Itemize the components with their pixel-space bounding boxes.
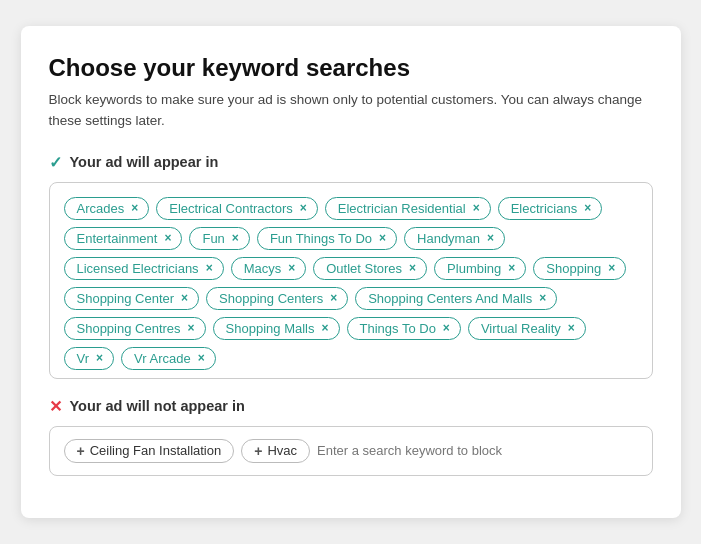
page-subtitle: Block keywords to make sure your ad is s… [49, 90, 653, 131]
appear-tag-remove[interactable]: × [539, 292, 546, 304]
appear-tag-label: Plumbing [447, 261, 501, 276]
appear-tag-label: Shopping Center [77, 291, 175, 306]
appear-tag-remove[interactable]: × [508, 262, 515, 274]
appear-tag[interactable]: Arcades× [64, 197, 150, 220]
block-tag[interactable]: +Ceiling Fan Installation [64, 439, 235, 463]
appear-tag-remove[interactable]: × [608, 262, 615, 274]
appear-tag-remove[interactable]: × [321, 322, 328, 334]
appear-tag[interactable]: Fun× [189, 227, 249, 250]
appear-tag[interactable]: Entertainment× [64, 227, 183, 250]
appear-tag[interactable]: Shopping× [533, 257, 626, 280]
appear-tag-label: Electrical Contractors [169, 201, 293, 216]
appear-tag-label: Shopping Malls [226, 321, 315, 336]
appear-tag[interactable]: Shopping Centers And Malls× [355, 287, 557, 310]
appear-tag-label: Electrician Residential [338, 201, 466, 216]
appear-tag[interactable]: Outlet Stores× [313, 257, 427, 280]
appear-tag-remove[interactable]: × [409, 262, 416, 274]
appear-tag-remove[interactable]: × [96, 352, 103, 364]
appear-tag-remove[interactable]: × [487, 232, 494, 244]
appear-tag-label: Handyman [417, 231, 480, 246]
appear-tag[interactable]: Licensed Electricians× [64, 257, 224, 280]
appear-tag-label: Entertainment [77, 231, 158, 246]
appear-tag-label: Arcades [77, 201, 125, 216]
appear-tag-remove[interactable]: × [164, 232, 171, 244]
appear-tag[interactable]: Electrician Residential× [325, 197, 491, 220]
appear-section-label: Your ad will appear in [70, 154, 219, 170]
appear-tag[interactable]: Things To Do× [347, 317, 461, 340]
appear-tag-label: Shopping Centers And Malls [368, 291, 532, 306]
main-card: Choose your keyword searches Block keywo… [21, 26, 681, 518]
appear-tag-label: Virtual Reality [481, 321, 561, 336]
appear-tag-remove[interactable]: × [568, 322, 575, 334]
appear-tag[interactable]: Virtual Reality× [468, 317, 586, 340]
appear-tags-box: Arcades×Electrical Contractors×Electrici… [49, 182, 653, 379]
appear-tag[interactable]: Shopping Malls× [213, 317, 340, 340]
check-icon: ✓ [49, 153, 62, 172]
appear-tag[interactable]: Shopping Center× [64, 287, 200, 310]
block-tag[interactable]: +Hvac [241, 439, 310, 463]
appear-tag-remove[interactable]: × [443, 322, 450, 334]
appear-tag-label: Vr Arcade [134, 351, 191, 366]
appear-tag-label: Shopping [546, 261, 601, 276]
appear-tag-label: Licensed Electricians [77, 261, 199, 276]
appear-tag[interactable]: Plumbing× [434, 257, 526, 280]
appear-tag-label: Vr [77, 351, 90, 366]
appear-tag-remove[interactable]: × [584, 202, 591, 214]
page-title: Choose your keyword searches [49, 54, 653, 82]
appear-tag-label: Shopping Centers [219, 291, 323, 306]
appear-tag-remove[interactable]: × [206, 262, 213, 274]
appear-tag-remove[interactable]: × [198, 352, 205, 364]
block-tag-label: Ceiling Fan Installation [90, 443, 222, 458]
appear-tag-label: Fun Things To Do [270, 231, 372, 246]
appear-tag-remove[interactable]: × [181, 292, 188, 304]
appear-tag[interactable]: Vr× [64, 347, 115, 370]
appear-tag-remove[interactable]: × [379, 232, 386, 244]
appear-tag-label: Things To Do [360, 321, 436, 336]
appear-tag-remove[interactable]: × [330, 292, 337, 304]
appear-tag[interactable]: Vr Arcade× [121, 347, 216, 370]
block-section: ✕ Your ad will not appear in +Ceiling Fa… [49, 397, 653, 476]
appear-tag[interactable]: Shopping Centers× [206, 287, 348, 310]
appear-tag-label: Macys [244, 261, 282, 276]
appear-tag[interactable]: Shopping Centres× [64, 317, 206, 340]
block-tags-box: +Ceiling Fan Installation+Hvac [49, 426, 653, 476]
block-tag-plus: + [254, 443, 262, 459]
appear-tag-label: Shopping Centres [77, 321, 181, 336]
keyword-search-input[interactable] [317, 443, 637, 458]
appear-tag-remove[interactable]: × [188, 322, 195, 334]
appear-tag-remove[interactable]: × [288, 262, 295, 274]
appear-tag-remove[interactable]: × [300, 202, 307, 214]
appear-tag[interactable]: Electricians× [498, 197, 602, 220]
appear-section: ✓ Your ad will appear in Arcades×Electri… [49, 153, 653, 379]
appear-tag-remove[interactable]: × [473, 202, 480, 214]
appear-tag[interactable]: Handyman× [404, 227, 505, 250]
block-tag-plus: + [77, 443, 85, 459]
appear-tag-label: Fun [202, 231, 224, 246]
appear-tag[interactable]: Macys× [231, 257, 307, 280]
block-tag-label: Hvac [267, 443, 297, 458]
appear-tag[interactable]: Electrical Contractors× [156, 197, 318, 220]
block-section-label: Your ad will not appear in [70, 398, 245, 414]
x-icon: ✕ [49, 397, 62, 416]
appear-tag[interactable]: Fun Things To Do× [257, 227, 397, 250]
appear-section-header: ✓ Your ad will appear in [49, 153, 653, 172]
appear-tag-remove[interactable]: × [232, 232, 239, 244]
appear-tag-label: Electricians [511, 201, 577, 216]
appear-tag-label: Outlet Stores [326, 261, 402, 276]
block-section-header: ✕ Your ad will not appear in [49, 397, 653, 416]
appear-tag-remove[interactable]: × [131, 202, 138, 214]
